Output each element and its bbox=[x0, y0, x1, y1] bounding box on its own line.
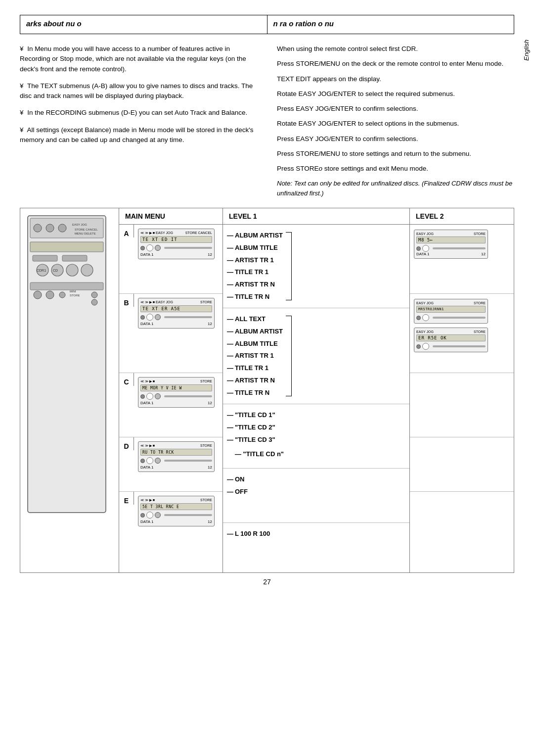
header-section: arks about nu o n ra o ration o nu bbox=[20, 15, 514, 34]
svg-text:STORE: STORE bbox=[70, 294, 80, 297]
dot-white-icon-d bbox=[146, 457, 153, 464]
row-c-l2 bbox=[410, 373, 514, 437]
device-l2a-display: M8 5← bbox=[416, 236, 486, 243]
right-item-3: TEXT EDIT appears on the display. bbox=[277, 74, 514, 84]
l1-item: TITLE TR 1 bbox=[227, 266, 283, 279]
device-d-display: RU TO TR RCK bbox=[140, 449, 212, 456]
svg-point-13 bbox=[66, 264, 78, 276]
main-menu-column: A ≪ ≫ ▶ ■ EASY JOG STORE CANCEL TE bbox=[119, 225, 223, 572]
row-b-main-content: ≪ ≫ ▶ ■ EASY JOG STORE TE XT ER A5E bbox=[134, 294, 222, 334]
bracket-icon bbox=[286, 232, 292, 300]
level1-column: ALBUM ARTIST ALBUM TITLE ARTIST TR 1 TIT… bbox=[223, 225, 410, 572]
svg-point-19 bbox=[46, 291, 54, 299]
bullet-item-4: All settings (except Balance) made in Me… bbox=[20, 125, 257, 145]
level2-column: EASY JOG STORE M8 5← bbox=[410, 225, 514, 572]
mini-device-b: ≪ ≫ ▶ ■ EASY JOG STORE TE XT ER A5E bbox=[138, 298, 215, 329]
device-l2b1-display: MR5TROJRNN1 bbox=[416, 306, 486, 313]
dot-icon-d bbox=[140, 459, 145, 463]
dot-icon bbox=[140, 246, 145, 250]
l1-item: TITLE TR 1 bbox=[227, 362, 283, 375]
device-c-display: ME MOR Y V IE W bbox=[140, 384, 212, 391]
row-a-l1-group: ALBUM ARTIST ALBUM TITLE ARTIST TR 1 TIT… bbox=[227, 230, 283, 303]
l1-item: TITLE TR N bbox=[227, 291, 283, 303]
header-main-menu: MAIN MENU bbox=[119, 208, 223, 224]
bullet-item-3: In the RECORDING submenus (D-E) you can … bbox=[20, 108, 257, 118]
header-col-right: n ra o ration o nu bbox=[267, 15, 514, 34]
device-l2b2-controls bbox=[416, 343, 486, 350]
mini-device-l2-b2: EASY JOG STORE ER R5E OK bbox=[414, 328, 488, 352]
svg-rect-17 bbox=[30, 283, 103, 290]
row-a-main: A ≪ ≫ ▶ ■ EASY JOG STORE CANCEL TE bbox=[119, 225, 222, 294]
device-d-controls bbox=[140, 457, 212, 464]
dot-white-icon-b bbox=[146, 314, 153, 321]
l1-item: ARTIST TR 1 bbox=[227, 350, 283, 362]
row-label-c: C bbox=[119, 373, 134, 386]
svg-rect-9 bbox=[33, 255, 57, 261]
dot-grey-icon-d bbox=[155, 458, 161, 464]
content-top: In Menu mode you will have access to a n… bbox=[20, 44, 514, 198]
row-c-main: C ≪ ≫ ▶ ■ STORE ME MOR Y V IE W bbox=[119, 373, 222, 437]
device-l2a-top: EASY JOG STORE bbox=[416, 232, 486, 236]
l1-item: "TITLE CD 3" bbox=[227, 434, 405, 446]
dot-white-l2a bbox=[422, 245, 429, 252]
right-column: When using the remote control select fir… bbox=[272, 44, 514, 198]
l1-item: ARTIST TR N bbox=[227, 279, 283, 291]
svg-text:CDR1: CDR1 bbox=[37, 269, 46, 272]
row-a-l1-list: ALBUM ARTIST ALBUM TITLE ARTIST TR 1 TIT… bbox=[227, 230, 283, 303]
dot-grey-icon-c bbox=[155, 393, 161, 399]
bar-l2a bbox=[433, 247, 486, 249]
diagram: EASY JOG STORE CANCEL MENU DELETE CDR1 bbox=[20, 208, 514, 573]
l1-item: ON bbox=[227, 473, 405, 486]
dot-white-l2b2 bbox=[422, 343, 429, 350]
row-a-l2: EASY JOG STORE M8 5← bbox=[410, 225, 514, 294]
bullet-item-2: The TEXT submenus (A-B) allow you to giv… bbox=[20, 81, 257, 101]
svg-point-18 bbox=[34, 291, 42, 299]
device-a-display: TE XT ED IT bbox=[140, 236, 212, 243]
row-c-l1-extra: — "TITLE CD n" bbox=[227, 450, 405, 458]
diagram-header: MAIN MENU LEVEL 1 LEVEL 2 bbox=[119, 208, 514, 225]
svg-text:MINI: MINI bbox=[70, 290, 76, 293]
device-l2b1-controls bbox=[416, 314, 486, 321]
page-container: English arks about nu o n ra o ration o … bbox=[0, 0, 534, 756]
row-b-l2: EASY JOG STORE MR5TROJRNN1 bbox=[410, 294, 514, 373]
l1-item: ALBUM TITLE bbox=[227, 338, 283, 350]
diagram-inner: EASY JOG STORE CANCEL MENU DELETE CDR1 bbox=[20, 208, 514, 572]
header-col-left: arks about nu o bbox=[20, 15, 267, 34]
dot-grey-icon bbox=[155, 245, 161, 251]
bar-icon-e bbox=[164, 514, 212, 516]
mini-device-c: ≪ ≫ ▶ ■ STORE ME MOR Y V IE W bbox=[138, 377, 215, 408]
mini-device-a: ≪ ≫ ▶ ■ EASY JOG STORE CANCEL TE XT ED I… bbox=[138, 229, 215, 259]
row-d-l1: ON OFF bbox=[223, 469, 409, 523]
row-e-l2 bbox=[410, 492, 514, 541]
device-c-labels: DATA 1 12 bbox=[140, 401, 212, 405]
mini-device-e: ≪ ≫ ▶ ■ STORE 5E T 3RL RNC E bbox=[138, 496, 215, 526]
dot-white-l2b1 bbox=[422, 314, 429, 321]
device-b-display: TE XT ER A5E bbox=[140, 305, 212, 312]
l1-item: ARTIST TR N bbox=[227, 375, 283, 387]
right-item-7: Press EASY JOG/ENTER to confirm selectio… bbox=[277, 134, 514, 144]
l1-item: ARTIST TR 1 bbox=[227, 254, 283, 267]
row-label-d: D bbox=[119, 437, 134, 450]
svg-text:STORE CANCEL: STORE CANCEL bbox=[75, 228, 98, 231]
mini-device-l2-b1: EASY JOG STORE MR5TROJRNN1 bbox=[414, 299, 488, 324]
right-item-1: When using the remote control select fir… bbox=[277, 44, 514, 54]
dot-icon-l2b2 bbox=[416, 344, 421, 349]
svg-text:CD: CD bbox=[53, 269, 58, 272]
svg-rect-8 bbox=[30, 242, 103, 252]
row-c-main-content: ≪ ≫ ▶ ■ STORE ME MOR Y V IE W bbox=[134, 373, 222, 414]
right-item-8: Press STORE/MENU to store settings and r… bbox=[277, 149, 514, 159]
svg-point-14 bbox=[81, 264, 93, 276]
header-title-left: arks about nu o bbox=[26, 19, 261, 28]
mini-device-d: ≪ ≫ ▶ ■ STORE RU TO TR RCK bbox=[138, 441, 215, 472]
row-c-l1-list: "TITLE CD 1" "TITLE CD 2" "TITLE CD 3" bbox=[227, 409, 405, 446]
device-illustration: EASY JOG STORE CANCEL MENU DELETE CDR1 bbox=[20, 208, 119, 572]
l1-item: TITLE TR N bbox=[227, 387, 283, 399]
device-b-labels: DATA 1 12 bbox=[140, 322, 212, 326]
row-c-l1: "TITLE CD 1" "TITLE CD 2" "TITLE CD 3" —… bbox=[223, 404, 409, 469]
header-level2: LEVEL 2 bbox=[410, 208, 514, 224]
dot-white-icon bbox=[146, 244, 153, 251]
l1-item: "TITLE CD 1" bbox=[227, 409, 405, 422]
row-e-l1-list: L 100 R 100 bbox=[227, 528, 405, 540]
dot-icon-b bbox=[140, 315, 145, 320]
bar-l2b1 bbox=[433, 317, 486, 319]
